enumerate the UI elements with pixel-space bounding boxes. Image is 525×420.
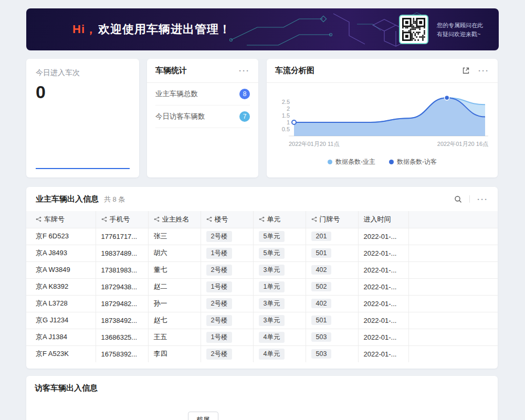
column-header[interactable]: 车牌号: [26, 211, 96, 228]
table-row[interactable]: 京A K839218729438...赵二1号楼1单元5022022-01-..…: [26, 278, 498, 295]
visitor-table-title: 访客车辆出入信息: [35, 383, 98, 393]
svg-text:1.5: 1.5: [282, 112, 290, 119]
table-cell: 2022-01-...: [358, 312, 408, 329]
search-icon[interactable]: [454, 195, 462, 203]
more-menu-icon[interactable]: ···: [477, 195, 488, 203]
table-cell: 16758392...: [96, 345, 148, 362]
qr-caption-line2: 有疑问欢迎来戳~: [437, 30, 483, 39]
table-cell: 2号楼: [201, 261, 253, 278]
table-cell: 2022-01-...: [358, 228, 408, 245]
table-cell: 5单元: [253, 228, 306, 245]
cell-tag: 3单元: [259, 265, 285, 276]
table-row[interactable]: 京A J138413686325...王五1号楼4单元5032022-01-..…: [26, 329, 498, 345]
table-cell: 2022-01-...: [358, 345, 408, 362]
table-cell: 502: [306, 278, 358, 295]
table-cell: 京G J1234: [26, 312, 96, 329]
table-cell: 董七: [148, 261, 201, 278]
legend-item[interactable]: 数据条数-访客: [389, 158, 437, 166]
table-cell: 2号楼: [201, 345, 253, 362]
table-cell: 京A K8392: [26, 278, 96, 295]
table-cell: 13686325...: [96, 329, 148, 345]
table-row[interactable]: 京F A523K16758392...李四2号楼4单元5032022-01-..…: [26, 345, 498, 362]
table-cell: 1号楼: [201, 329, 253, 345]
cell-tag: 5单元: [259, 248, 285, 259]
table-cell: 2022-01-...: [358, 295, 408, 312]
table-cell: 402: [306, 295, 358, 312]
column-header[interactable]: 楼号: [201, 211, 253, 228]
stat-label: 今日访客车辆数: [155, 112, 205, 121]
table-row[interactable]: 京A W384917381983...董七2号楼3单元4022022-01-..…: [26, 261, 498, 278]
table-cell: 2号楼: [201, 312, 253, 329]
cell-tag: 501: [311, 316, 332, 325]
column-header[interactable]: 业主姓名: [148, 211, 201, 228]
stats-list: 业主车辆总数8今日访客车辆数7: [147, 83, 258, 128]
export-icon[interactable]: [462, 67, 470, 75]
column-label: 车牌号: [44, 215, 65, 223]
table-cell: 503: [306, 329, 358, 345]
more-menu-icon[interactable]: ···: [239, 67, 250, 75]
table-cell-empty: [408, 329, 498, 345]
table-row[interactable]: 京F 6D52317761717...张三2号楼5单元2012022-01-..…: [26, 228, 498, 245]
table-cell: 3单元: [253, 261, 306, 278]
table-cell: 2号楼: [201, 295, 253, 312]
cell-tag: 4单元: [259, 349, 285, 360]
stat-badge: 7: [239, 111, 250, 122]
column-header[interactable]: 手机号: [96, 211, 148, 228]
column-header[interactable]: 单元: [253, 211, 306, 228]
greeting-text: 欢迎使用车辆进出管理！: [98, 22, 231, 37]
traffic-line-chart: 0.511.522.52022年01月20 11点2022年01月20 16点: [275, 85, 489, 155]
cell-tag: 1号楼: [206, 248, 233, 259]
stat-badge: 8: [239, 89, 250, 99]
table-cell: 张三: [148, 228, 201, 245]
field-type-icon: [206, 216, 212, 222]
table-row[interactable]: 京A J849319837489...胡六1号楼5单元5012022-01-..…: [26, 245, 498, 261]
more-menu-icon[interactable]: ···: [478, 67, 489, 75]
table-cell: 4单元: [253, 345, 306, 362]
visitor-vehicles-card: 访客车辆出入信息 截屏: [26, 376, 498, 420]
table-row[interactable]: 京A L372818729482...孙一2号楼3单元4022022-01-..…: [26, 295, 498, 312]
chart-legend: 数据条数-业主数据条数-访客: [267, 158, 498, 166]
svg-text:2.5: 2.5: [282, 99, 290, 105]
today-entries-card: 今日进入车次 0: [26, 59, 139, 177]
screenshot-button[interactable]: 截屏: [188, 412, 218, 420]
legend-label: 数据条数-业主: [335, 158, 375, 166]
greeting-hi: Hi，: [72, 22, 97, 37]
table-cell: 王五: [148, 329, 201, 345]
owner-vehicles-card: 业主车辆出入信息 共 8 条 ··· 车牌号手机号业主姓名楼号单元门牌号进入时间…: [26, 187, 498, 369]
table-cell: 201: [306, 228, 358, 245]
cell-tag: 3单元: [259, 298, 285, 309]
legend-dot-icon: [389, 160, 394, 164]
column-label: 业主姓名: [162, 215, 190, 223]
legend-item[interactable]: 数据条数-业主: [328, 158, 375, 166]
column-header-empty: [408, 211, 498, 228]
owner-table-header-row: 车牌号手机号业主姓名楼号单元门牌号进入时间: [26, 211, 498, 228]
traffic-chart-title: 车流分析图: [275, 66, 314, 76]
table-cell: 18729438...: [96, 278, 148, 295]
svg-text:2022年01月20 16点: 2022年01月20 16点: [437, 141, 488, 147]
table-cell-empty: [408, 345, 498, 362]
table-cell-empty: [408, 245, 498, 261]
svg-text:2022年01月20 11点: 2022年01月20 11点: [289, 141, 339, 147]
cell-tag: 1号楼: [206, 332, 233, 343]
cell-tag: 2号楼: [206, 298, 233, 309]
table-cell: 2022-01-...: [358, 245, 408, 261]
table-cell: 18738492...: [96, 312, 148, 329]
field-type-icon: [154, 216, 160, 222]
cell-tag: 2号楼: [206, 265, 233, 276]
table-row[interactable]: 京G J123418738492...赵七2号楼3单元5012022-01-..…: [26, 312, 498, 329]
stat-label: 业主车辆总数: [155, 89, 198, 99]
table-cell: 京A J1384: [26, 329, 96, 345]
cell-tag: 201: [311, 232, 332, 241]
stat-item: 业主车辆总数8: [155, 83, 250, 106]
owner-table-title: 业主车辆出入信息: [36, 194, 99, 204]
table-cell: 1号楼: [201, 245, 253, 261]
table-cell-empty: [408, 312, 498, 329]
table-cell: 1单元: [253, 278, 306, 295]
traffic-chart-card: 车流分析图 ··· 0.511.522.52022年01月20 11点2022年…: [267, 59, 498, 177]
column-header[interactable]: 进入时间: [358, 211, 408, 228]
column-header[interactable]: 门牌号: [306, 211, 358, 228]
table-cell: 501: [306, 245, 358, 261]
cell-tag: 1单元: [259, 281, 285, 292]
table-cell: 孙一: [148, 295, 201, 312]
cell-tag: 4单元: [259, 332, 285, 343]
